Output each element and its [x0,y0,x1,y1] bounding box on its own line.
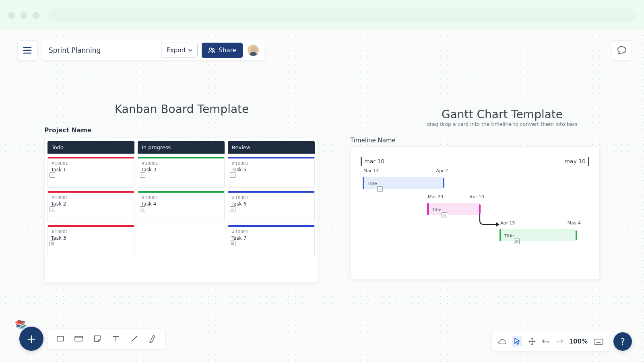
traffic-light [32,12,39,19]
gantt-bar-end-date: May 4 [568,220,581,226]
caret-down-icon [188,49,192,51]
omnibar[interactable] [47,8,636,22]
comments-button[interactable] [612,40,632,60]
keyboard-icon[interactable] [593,338,604,345]
redo-icon[interactable] [555,338,564,345]
kanban-card[interactable]: #10001Task 6 [228,191,315,222]
kanban-column[interactable]: Review#10001Task 5#10001Task 6#10001Task… [228,141,315,280]
kanban-card[interactable]: #10001Task 5 [228,157,315,188]
gantt-bar-end-date: Apr 10 [469,194,484,200]
card-id: #10001 [51,229,131,234]
svg-rect-3 [75,336,83,341]
kanban-card[interactable]: #10001Task 7 [228,225,315,256]
card-id: #10001 [231,195,311,200]
hamburger-button[interactable] [17,40,37,60]
rectangle-tool-icon[interactable] [56,334,65,343]
avatar[interactable] [247,44,260,57]
kanban-card[interactable]: #10001Task 3 [138,157,225,188]
card-title: Task 2 [51,201,131,207]
sticky-note-tool-icon[interactable] [93,334,102,343]
gantt-bar-end-date: Apr 2 [436,168,448,173]
kanban-board[interactable]: Todo#10001Task 1#10001Task 2#10001Task 3… [44,138,318,283]
notes-icon[interactable] [377,186,383,192]
share-button[interactable]: Share [202,43,242,58]
line-tool-icon[interactable] [130,334,139,343]
kanban-card[interactable]: #10001Task 1 [47,157,134,188]
gantt-start-tick: mar 10 [361,157,384,166]
move-tool-icon[interactable] [528,337,536,346]
notes-icon[interactable] [230,172,235,178]
notes-icon[interactable] [140,172,145,178]
svg-point-0 [209,48,212,50]
notes-icon[interactable] [442,212,447,218]
kanban-card[interactable]: #10001Task 3 [47,225,134,256]
browser-chrome [0,0,644,30]
card-title: Task 5 [231,167,311,173]
kanban-card[interactable]: #10001Task 2 [47,191,134,222]
page-title[interactable]: Sprint Planning [47,46,105,54]
kanban-project-label[interactable]: Project Name [44,127,318,134]
card-title: Task 4 [141,201,221,207]
svg-line-5 [132,336,137,341]
speech-bubble-icon [617,45,627,56]
pointer-tool[interactable] [512,336,522,347]
zoom-level[interactable]: 100% [569,338,588,345]
kanban-column-header[interactable]: In progress [138,141,225,154]
gantt-bar[interactable]: TitleMar 14Apr 2 [363,177,443,189]
notes-icon[interactable] [50,206,55,212]
notes-icon[interactable] [50,172,55,178]
gantt-bar-start-date: Mar 29 [428,194,443,200]
card-id: #10001 [231,229,311,234]
notes-icon[interactable] [50,241,55,246]
text-tool-icon[interactable] [111,334,121,343]
card-tool-icon[interactable] [74,334,84,343]
card-title: Task 7 [231,235,311,241]
gantt-bar[interactable]: TitleMar 29Apr 10 [427,203,479,215]
traffic-light [8,12,15,19]
card-title: Task 3 [141,167,221,173]
add-button[interactable]: 📚 + [19,327,43,351]
undo-icon[interactable] [542,338,550,345]
shape-toolbar [48,329,165,349]
gantt-timeline-label[interactable]: Timeline Name [350,137,600,144]
bottom-right-toolbar: 100% ? [492,332,632,351]
people-icon [208,47,215,53]
sticker-icon: 📚 [14,318,27,331]
card-title: Task 3 [51,235,131,241]
notes-icon[interactable] [230,206,235,212]
kanban-column-header[interactable]: Todo [47,141,134,154]
share-button-label: Share [219,47,236,54]
card-title: Task 1 [51,167,131,173]
gantt-bar[interactable]: TitleApr 15May 4 [500,229,576,241]
export-button-label: Export [166,47,186,54]
header-bar: Sprint Planning Export Share [17,40,264,60]
export-button[interactable]: Export [161,43,198,58]
card-id: #10001 [231,161,311,166]
gantt-bar-start-date: Mar 14 [363,168,379,173]
card-title: Task 6 [231,201,311,207]
highlighter-tool-icon[interactable] [148,334,158,343]
card-id: #10001 [141,195,221,200]
notes-icon[interactable] [140,206,145,212]
gantt-bar-start-date: Apr 15 [500,220,515,226]
card-id: #10001 [51,195,131,200]
notes-icon[interactable] [230,241,235,246]
kanban-column[interactable]: Todo#10001Task 1#10001Task 2#10001Task 3 [47,141,134,280]
kanban-column-header[interactable]: Review [228,141,315,154]
kanban-card[interactable]: #10001Task 4 [138,191,225,222]
svg-rect-2 [57,336,64,341]
cursor-icon [514,337,521,346]
hamburger-icon [23,47,32,54]
kanban-column[interactable]: In progress#10001Task 3#10001Task 4 [138,141,225,280]
svg-point-1 [213,49,215,51]
card-id: #10001 [141,161,221,166]
bottom-left-toolbar: 📚 + [19,327,165,351]
cloud-sync-icon[interactable] [497,338,506,345]
notes-icon[interactable] [514,239,520,244]
traffic-light [20,12,27,19]
gantt-chart[interactable]: mar 10 may 10 TitleMar 14Apr 2TitleMar 2… [350,146,600,279]
card-id: #10001 [51,161,131,166]
gantt-end-tick: may 10 [564,157,589,166]
help-button[interactable]: ? [613,332,632,351]
svg-rect-7 [594,339,603,344]
